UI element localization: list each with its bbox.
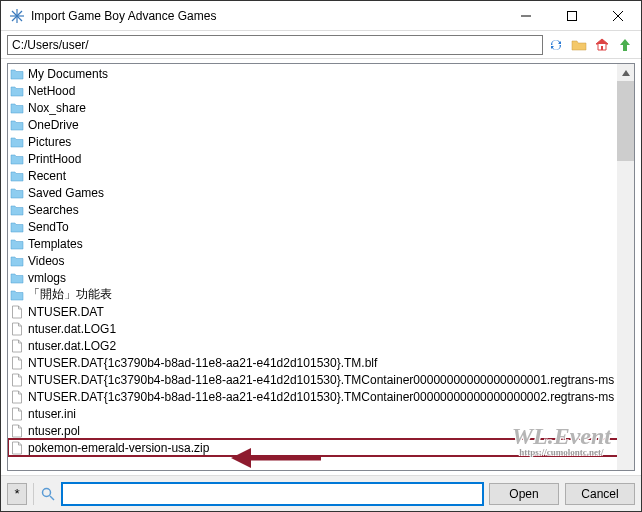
list-item[interactable]: PrintHood [8, 150, 634, 167]
file-name-label: pokemon-emerald-version-usa.zip [28, 441, 209, 455]
file-name-label: OneDrive [28, 118, 79, 132]
list-item[interactable]: NTUSER.DAT{1c3790b4-b8ad-11e8-aa21-e41d2… [8, 388, 634, 405]
folder-icon [10, 220, 24, 234]
search-icon [40, 486, 56, 502]
svg-rect-8 [601, 46, 603, 50]
favorite-button[interactable]: * [7, 483, 27, 505]
list-item[interactable]: ntuser.ini [8, 405, 634, 422]
refresh-icon[interactable] [546, 35, 566, 55]
svg-line-11 [50, 496, 54, 500]
file-name-label: Templates [28, 237, 83, 251]
file-name-label: NetHood [28, 84, 75, 98]
minimize-button[interactable] [503, 1, 549, 31]
file-name-label: PrintHood [28, 152, 81, 166]
file-name-label: NTUSER.DAT [28, 305, 104, 319]
folder-icon [10, 152, 24, 166]
file-name-label: NTUSER.DAT{1c3790b4-b8ad-11e8-aa21-e41d2… [28, 390, 614, 404]
file-name-label: Searches [28, 203, 79, 217]
list-item[interactable]: ntuser.pol [8, 422, 634, 439]
list-item[interactable]: vmlogs [8, 269, 634, 286]
list-item[interactable]: Nox_share [8, 99, 634, 116]
window-title: Import Game Boy Advance Games [31, 9, 503, 23]
close-button[interactable] [595, 1, 641, 31]
toolbar [1, 31, 641, 59]
file-icon [10, 305, 24, 319]
list-item[interactable]: Pictures [8, 133, 634, 150]
up-arrow-icon[interactable] [615, 35, 635, 55]
scroll-up-button[interactable] [617, 64, 634, 81]
scrollbar-track[interactable] [617, 64, 634, 470]
file-icon [10, 339, 24, 353]
file-name-label: Saved Games [28, 186, 104, 200]
folder-icon [10, 237, 24, 251]
cancel-button[interactable]: Cancel [565, 483, 635, 505]
list-item[interactable]: 「開始」功能表 [8, 286, 634, 303]
file-icon [10, 322, 24, 336]
file-name-label: ntuser.dat.LOG1 [28, 322, 116, 336]
file-name-label: Pictures [28, 135, 71, 149]
home-icon[interactable] [592, 35, 612, 55]
file-name-label: ntuser.pol [28, 424, 80, 438]
file-name-label: Videos [28, 254, 64, 268]
folder-icon [10, 118, 24, 132]
file-name-label: 「開始」功能表 [28, 286, 112, 303]
list-item[interactable]: My Documents [8, 65, 634, 82]
filename-input[interactable] [62, 483, 483, 505]
svg-point-10 [43, 488, 51, 496]
list-item[interactable]: ntuser.dat.LOG1 [8, 320, 634, 337]
folder-icon [10, 254, 24, 268]
list-item[interactable]: Saved Games [8, 184, 634, 201]
file-name-label: NTUSER.DAT{1c3790b4-b8ad-11e8-aa21-e41d2… [28, 356, 377, 370]
list-item[interactable]: Videos [8, 252, 634, 269]
folder-icon [10, 135, 24, 149]
folder-icon [10, 203, 24, 217]
scrollbar-thumb[interactable] [617, 81, 634, 161]
list-item[interactable]: Templates [8, 235, 634, 252]
folder-icon [10, 169, 24, 183]
list-item[interactable]: Searches [8, 201, 634, 218]
folder-icon [10, 288, 24, 302]
folder-icon [10, 271, 24, 285]
list-item[interactable]: NetHood [8, 82, 634, 99]
list-item[interactable]: NTUSER.DAT [8, 303, 634, 320]
file-icon [10, 390, 24, 404]
list-item[interactable]: pokemon-emerald-version-usa.zip [8, 439, 634, 456]
file-name-label: Recent [28, 169, 66, 183]
file-icon [10, 373, 24, 387]
separator [33, 483, 34, 505]
app-icon [9, 8, 25, 24]
list-item[interactable]: ntuser.dat.LOG2 [8, 337, 634, 354]
file-icon [10, 407, 24, 421]
titlebar: Import Game Boy Advance Games [1, 1, 641, 31]
list-item[interactable]: OneDrive [8, 116, 634, 133]
file-icon [10, 424, 24, 438]
folder-open-icon[interactable] [569, 35, 589, 55]
folder-icon [10, 67, 24, 81]
folder-icon [10, 186, 24, 200]
file-icon [10, 441, 24, 455]
file-name-label: ntuser.ini [28, 407, 76, 421]
file-icon [10, 356, 24, 370]
file-name-label: ntuser.dat.LOG2 [28, 339, 116, 353]
list-item[interactable]: Recent [8, 167, 634, 184]
file-name-label: SendTo [28, 220, 69, 234]
folder-icon [10, 101, 24, 115]
file-name-label: vmlogs [28, 271, 66, 285]
maximize-button[interactable] [549, 1, 595, 31]
list-item[interactable]: NTUSER.DAT{1c3790b4-b8ad-11e8-aa21-e41d2… [8, 371, 634, 388]
file-name-label: My Documents [28, 67, 108, 81]
open-button[interactable]: Open [489, 483, 559, 505]
file-name-label: NTUSER.DAT{1c3790b4-b8ad-11e8-aa21-e41d2… [28, 373, 614, 387]
folder-icon [10, 84, 24, 98]
bottom-bar: * Open Cancel [1, 475, 641, 511]
file-list: My DocumentsNetHoodNox_shareOneDrivePict… [7, 63, 635, 471]
svg-rect-5 [568, 11, 577, 20]
file-name-label: Nox_share [28, 101, 86, 115]
path-input[interactable] [7, 35, 543, 55]
list-item[interactable]: SendTo [8, 218, 634, 235]
list-item[interactable]: NTUSER.DAT{1c3790b4-b8ad-11e8-aa21-e41d2… [8, 354, 634, 371]
